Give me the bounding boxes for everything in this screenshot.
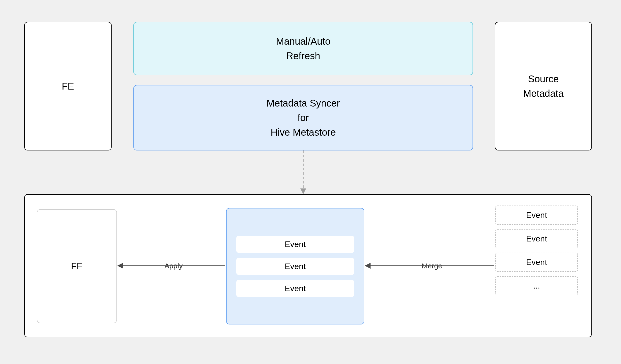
fe-bottom-label: FE (71, 261, 83, 272)
event-chip-raw: ... (495, 276, 578, 295)
refresh-box: Manual/Auto Refresh (133, 22, 473, 75)
source-metadata-box: Source Metadata (495, 22, 592, 150)
event-chip-raw: Event (495, 229, 578, 248)
syncer-box: Metadata Syncer for Hive Metastore (133, 85, 473, 150)
refresh-line1: Manual/Auto (276, 34, 331, 49)
event-stack-merged: Event Event Event (226, 208, 364, 324)
fe-top-label: FE (62, 79, 74, 93)
event-chip-merged: Event (236, 236, 354, 253)
source-line2: Metadata (523, 86, 564, 101)
event-chip-merged: Event (236, 258, 354, 275)
apply-label: Apply (161, 261, 187, 271)
event-chip-merged: Event (236, 280, 354, 297)
event-stack-raw: Event Event Event ... (495, 206, 578, 295)
merge-label: Merge (418, 261, 446, 271)
syncer-line2: for (298, 110, 309, 125)
bottom-container: FE Event Event Event Event Event Event .… (24, 194, 592, 337)
event-chip-raw: Event (495, 206, 578, 225)
syncer-line3: Hive Metastore (271, 125, 336, 139)
fe-bottom-box: FE (37, 209, 117, 323)
syncer-line1: Metadata Syncer (267, 96, 340, 110)
refresh-line2: Refresh (286, 49, 320, 63)
source-line1: Source (528, 71, 559, 86)
fe-top-box: FE (24, 22, 112, 150)
event-chip-raw: Event (495, 253, 578, 272)
